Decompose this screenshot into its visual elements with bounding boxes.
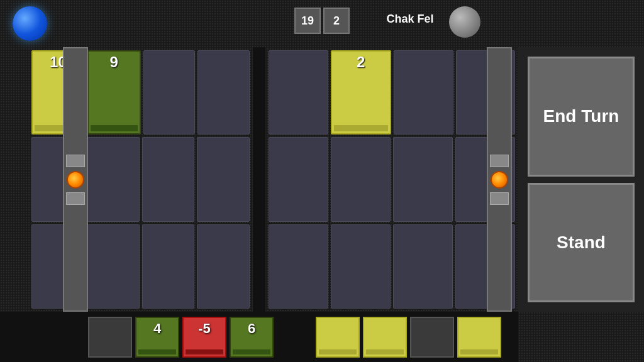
hand-card-value-4: 4 [153,321,161,337]
card-bar [91,125,138,131]
speaker-left-woofer [67,171,84,189]
hand-divider [291,312,303,362]
card-bar [460,349,498,354]
hand-card-bar [138,349,176,354]
speaker-bottom-rect-r [490,192,509,205]
speaker-top-rect-r [490,155,509,167]
left-cell-3-2[interactable] [87,224,140,309]
left-grid: 10 9 [0,47,253,312]
right-hand [303,312,518,362]
left-cell-2-4[interactable] [197,137,250,221]
end-turn-button[interactable]: End Turn [528,57,635,177]
card-bar [366,349,404,354]
field-divider [253,47,265,312]
left-hand: 4 -5 6 [0,312,291,362]
left-field-section: 10 9 [0,47,253,312]
hand-card-bar [233,349,270,354]
speaker-top-rect [66,155,85,167]
card-bar [319,349,357,354]
right-cell-2-2[interactable] [331,137,391,221]
right-cell-3-2[interactable] [331,224,391,309]
card-bar [334,125,389,131]
right-cell-3-1[interactable] [269,224,328,309]
right-field-section: 2 [265,47,518,312]
hand-card-empty-1[interactable] [88,317,132,358]
main-battlefield: 10 9 [0,47,518,312]
hand-card-4[interactable]: 4 [135,317,179,358]
left-cell-2-3[interactable] [142,137,195,221]
player-orb [13,6,47,41]
action-panel: End Turn Stand [518,47,644,312]
hand-card-6[interactable]: 6 [230,317,274,358]
left-cell-3-4[interactable] [197,224,250,309]
right-cell-1-3[interactable] [394,50,453,134]
left-speaker-tower [63,47,88,312]
right-grid: 2 [265,47,518,312]
speaker-bottom-rect [66,192,85,205]
hand-card-neg5[interactable]: -5 [182,317,226,358]
hand-area: 4 -5 6 [0,312,518,362]
stand-button[interactable]: Stand [528,183,635,303]
hand-card-bar [186,349,223,354]
card-value-9: 9 [109,53,118,71]
right-speaker-tower [487,47,512,312]
opponent-name: Chak Fel [386,13,433,26]
left-cell-1-2[interactable]: 9 [87,50,141,134]
right-cell-3-3[interactable] [393,224,453,309]
score-left: 19 [294,8,321,34]
speaker-left-body [63,47,88,312]
right-cell-1-1[interactable] [269,50,328,134]
right-row-1: 2 [269,50,515,134]
right-row-2 [269,137,515,221]
card-value-2: 2 [357,53,365,71]
right-cell-1-2[interactable]: 2 [331,50,392,134]
hand-card-value-6: 6 [248,321,255,337]
hand-card-value-neg5: -5 [198,321,211,337]
opponent-card-1 [316,317,360,358]
opponent-card-3 [457,317,501,358]
left-cell-3-3[interactable] [142,224,195,309]
right-cell-2-3[interactable] [393,137,453,221]
opponent-card-2 [363,317,407,358]
speaker-right-body [487,47,512,312]
left-cell-2-2[interactable] [87,137,140,221]
left-cell-1-4[interactable] [197,50,250,134]
score-right: 2 [323,8,350,34]
score-display: 19 2 [294,8,350,34]
right-cell-2-1[interactable] [269,137,328,221]
left-cell-1-3[interactable] [143,50,196,134]
opponent-card-empty [410,317,454,358]
right-row-3 [269,224,515,309]
speaker-right-woofer [491,171,508,189]
